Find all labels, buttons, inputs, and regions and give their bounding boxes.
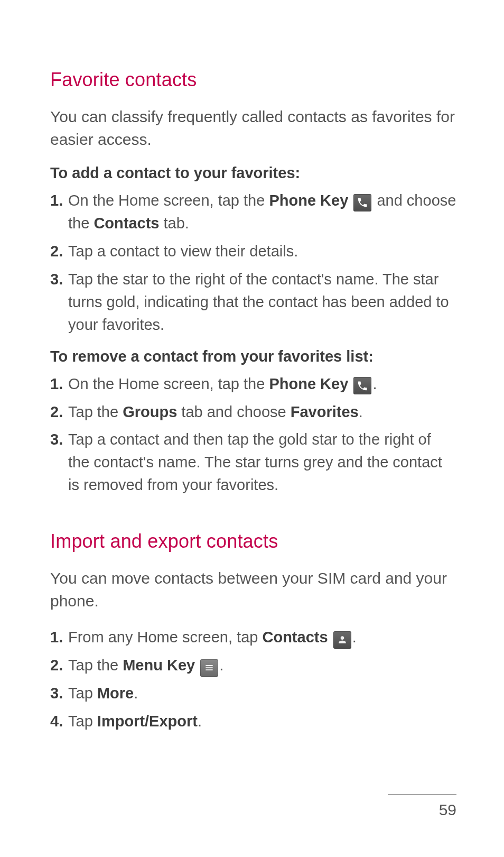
term-phone-key: Phone Key (269, 192, 348, 209)
list-item: 1. From any Home screen, tap Contacts . (50, 626, 456, 649)
list-item: 3. Tap More. (50, 682, 456, 705)
step-number: 1. (50, 189, 65, 211)
section-heading-import: Import and export contacts (50, 530, 456, 552)
term-contacts: Contacts (262, 629, 328, 646)
text-fragment: . (198, 713, 202, 730)
text-fragment: Tap (68, 713, 97, 730)
steps-import-export: 1. From any Home screen, tap Contacts . … (50, 626, 456, 733)
text-fragment: . (134, 685, 138, 702)
text-fragment: From any Home screen, tap (68, 629, 262, 646)
steps-add-favorite: 1. On the Home screen, tap the Phone Key… (50, 189, 456, 336)
subheading-remove-favorite: To remove a contact from your favorites … (50, 348, 456, 365)
list-item: 2. Tap a contact to view their details. (50, 240, 456, 263)
step-number: 3. (50, 682, 65, 704)
step-text: Tap the Menu Key . (68, 654, 223, 677)
phone-key-icon (353, 377, 371, 394)
step-number: 1. (50, 373, 65, 395)
section-heading-favorite: Favorite contacts (50, 69, 456, 91)
text-fragment: . (372, 375, 377, 392)
phone-key-icon (353, 194, 371, 211)
manual-page: Favorite contacts You can classify frequ… (0, 0, 504, 857)
step-number: 3. (50, 428, 65, 450)
term-menu-key: Menu Key (123, 657, 195, 674)
step-number: 2. (50, 401, 65, 423)
step-text: Tap the star to the right of the contact… (68, 268, 456, 336)
text-fragment: . (219, 657, 223, 674)
term-groups: Groups (123, 403, 177, 420)
section-intro-import: You can move contacts between your SIM c… (50, 567, 456, 612)
text-fragment: Tap (68, 685, 97, 702)
subheading-add-favorite: To add a contact to your favorites: (50, 164, 456, 182)
list-item: 3. Tap a contact and then tap the gold s… (50, 428, 456, 496)
step-number: 1. (50, 626, 65, 648)
step-text: Tap More. (68, 682, 138, 705)
text-fragment: tab and choose (177, 403, 290, 420)
step-number: 2. (50, 654, 65, 676)
term-more: More (97, 685, 134, 702)
text-fragment: On the Home screen, tap the (68, 375, 269, 392)
text-fragment: . (352, 629, 357, 646)
step-number: 2. (50, 240, 65, 262)
list-item: 3. Tap the star to the right of the cont… (50, 268, 456, 336)
menu-key-icon (200, 659, 218, 677)
step-text: On the Home screen, tap the Phone Key . (68, 373, 377, 395)
step-text: Tap a contact and then tap the gold star… (68, 428, 456, 496)
text-fragment: tab. (159, 215, 189, 232)
step-text: Tap the Groups tab and choose Favorites. (68, 401, 363, 423)
section-intro-favorite: You can classify frequently called conta… (50, 106, 456, 151)
term-phone-key: Phone Key (269, 375, 348, 392)
list-item: 2. Tap the Groups tab and choose Favorit… (50, 401, 456, 423)
term-contacts: Contacts (94, 215, 159, 232)
step-number: 4. (50, 710, 65, 732)
text-fragment: . (359, 403, 363, 420)
step-text: Tap Import/Export. (68, 710, 202, 733)
term-import-export: Import/Export (97, 713, 198, 730)
list-item: 1. On the Home screen, tap the Phone Key… (50, 373, 456, 395)
step-text: Tap a contact to view their details. (68, 240, 298, 263)
text-fragment: Tap the (68, 403, 123, 420)
footer-rule (388, 794, 456, 795)
steps-remove-favorite: 1. On the Home screen, tap the Phone Key… (50, 373, 456, 497)
page-number: 59 (388, 801, 456, 819)
list-item: 2. Tap the Menu Key . (50, 654, 456, 677)
step-text: From any Home screen, tap Contacts . (68, 626, 357, 649)
step-text: On the Home screen, tap the Phone Key an… (68, 189, 456, 235)
list-item: 1. On the Home screen, tap the Phone Key… (50, 189, 456, 235)
term-favorites: Favorites (291, 403, 359, 420)
contacts-icon (333, 631, 351, 649)
step-number: 3. (50, 268, 65, 290)
text-fragment: On the Home screen, tap the (68, 192, 269, 209)
text-fragment: Tap the (68, 657, 123, 674)
page-footer: 59 (388, 794, 456, 819)
list-item: 4. Tap Import/Export. (50, 710, 456, 733)
